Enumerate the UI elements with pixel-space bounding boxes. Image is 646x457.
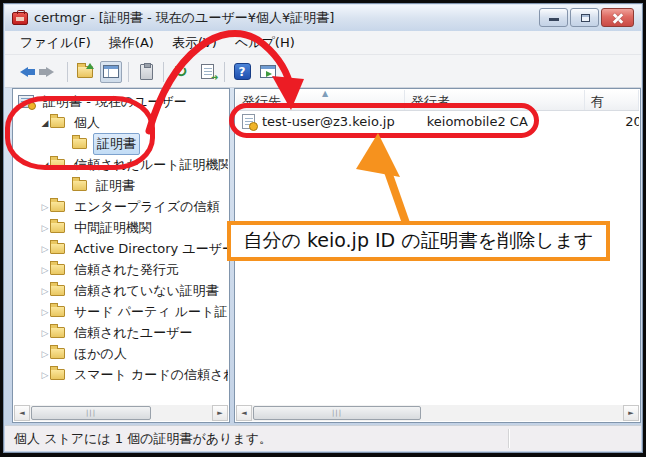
expand-toggle-icon[interactable]: ▷ (40, 244, 50, 254)
folder-icon (50, 117, 65, 128)
tree-item[interactable]: ▷信頼された発行元 (14, 259, 228, 280)
folder-icon (50, 285, 65, 296)
tree-item[interactable]: ▷ほかの人 (14, 343, 228, 364)
tree-item-label: 個人 (71, 113, 103, 133)
toolbar: ↻? (5, 56, 641, 87)
certificate-icon (242, 114, 255, 129)
scroll-left-icon[interactable]: ◄ (14, 405, 30, 421)
tree-item-label: 信頼されたユーザー (71, 323, 196, 343)
cell-issued-by: keiomobile2 CA (421, 114, 619, 129)
scroll-thumb[interactable]: ||| (253, 406, 421, 420)
close-button[interactable] (601, 8, 634, 27)
list-header: 発行先▲発行者有 (236, 90, 639, 111)
console-tree-pane: 証明書 - 現在のユーザー◢個人証明書◢信頼されたルート証明機関証明書▷エンター… (12, 88, 230, 423)
tree-item[interactable]: ▷サード パーティ ルート証明 (14, 301, 228, 322)
scroll-thumb[interactable]: ||| (31, 406, 151, 420)
expand-toggle-icon[interactable]: ▷ (40, 223, 50, 233)
tree-item[interactable]: ◢個人 (14, 112, 228, 133)
refresh-icon[interactable]: ↻ (170, 61, 192, 83)
certificate-list-pane: 発行先▲発行者有 test-user@z3.keio.jpkeiomobile2… (234, 88, 641, 423)
certificate-row[interactable]: test-user@z3.keio.jpkeiomobile2 CA20 (236, 111, 639, 132)
cell-expiry: 20 (619, 114, 639, 129)
tree-item-label: Active Directory ユーザー (71, 239, 228, 259)
up-one-level-icon[interactable] (74, 61, 96, 83)
column-header-expiry[interactable]: 有 (585, 90, 639, 110)
forward-icon[interactable] (39, 61, 61, 83)
tree-item[interactable]: 証明書 (14, 133, 228, 154)
action-pane-icon[interactable] (257, 61, 279, 83)
minimize-icon (549, 18, 559, 21)
expand-toggle-icon[interactable]: ◢ (40, 118, 50, 128)
tree-item[interactable]: 証明書 - 現在のユーザー (14, 91, 228, 112)
tree-item[interactable]: ◢信頼されたルート証明機関 (14, 154, 228, 175)
tree-horizontal-scrollbar[interactable]: ◄ ||| ► (14, 405, 228, 421)
column-header-issued-by[interactable]: 発行者 (405, 90, 585, 110)
status-divider (508, 429, 509, 448)
tree-item[interactable]: ▷中間証明機関 (14, 217, 228, 238)
expand-toggle-icon[interactable]: ▷ (40, 328, 50, 338)
certmgr-app-icon (12, 12, 28, 25)
tree-item-label: エンタープライズの信頼 (71, 197, 222, 217)
tree-item-label: 信頼されていない証明書 (71, 281, 222, 301)
scroll-right-icon[interactable]: ► (623, 405, 639, 421)
cell-issued-to: test-user@z3.keio.jp (262, 114, 421, 129)
folder-icon (72, 138, 87, 149)
scroll-right-icon[interactable]: ► (212, 405, 228, 421)
menu-item[interactable]: ヘルプ(H) (226, 32, 304, 54)
folder-icon (50, 243, 65, 254)
expand-toggle-icon[interactable]: ▷ (40, 307, 50, 317)
toolbar-separator (128, 62, 129, 82)
folder-icon (50, 327, 65, 338)
tree-item-label: 証明書 (93, 133, 140, 155)
toolbar-separator (224, 62, 225, 82)
restore-button[interactable] (570, 8, 599, 27)
folder-icon (50, 306, 65, 317)
column-header-issued-to[interactable]: 発行先▲ (236, 90, 405, 110)
tree-item-label: 中間証明機関 (71, 218, 155, 238)
certificate-tree: 証明書 - 現在のユーザー◢個人証明書◢信頼されたルート証明機関証明書▷エンター… (14, 91, 228, 404)
list-horizontal-scrollbar[interactable]: ◄ ||| ► (236, 405, 639, 421)
tree-item-label: 証明書 - 現在のユーザー (40, 92, 190, 112)
properties-icon[interactable] (135, 61, 157, 83)
tree-item[interactable]: ▷信頼されていない証明書 (14, 280, 228, 301)
status-bar: 個人 ストアには 1 個の証明書があります。 (5, 425, 641, 451)
expand-toggle-icon[interactable]: ▷ (40, 286, 50, 296)
tree-item[interactable]: ▷エンタープライズの信頼 (14, 196, 228, 217)
screenshot-root: certmgr - [証明書 - 現在のユーザー¥個人¥証明書] ファイル(F)… (0, 0, 646, 457)
tree-item-label: サード パーティ ルート証明 (71, 302, 228, 322)
minimize-button[interactable] (539, 8, 568, 27)
scroll-left-icon[interactable]: ◄ (236, 405, 252, 421)
window-controls (537, 8, 634, 27)
menu-item[interactable]: 表示(V) (163, 32, 226, 54)
folder-icon (72, 180, 87, 191)
expand-toggle-icon[interactable]: ▷ (40, 265, 50, 275)
expand-toggle-icon[interactable]: ◢ (40, 160, 50, 170)
tree-item[interactable]: ▷信頼されたユーザー (14, 322, 228, 343)
expand-toggle-icon[interactable]: ▷ (40, 349, 50, 359)
menu-item[interactable]: ファイル(F) (11, 32, 100, 54)
back-icon[interactable] (13, 61, 35, 83)
menu-bar: ファイル(F)操作(A)表示(V)ヘルプ(H) (5, 31, 641, 55)
tree-item-label: 信頼された発行元 (71, 260, 182, 280)
help-icon[interactable]: ? (231, 61, 253, 83)
folder-icon (50, 348, 65, 359)
folder-icon (50, 201, 65, 212)
window-chrome: ファイル(F)操作(A)表示(V)ヘルプ(H) ↻? (5, 31, 641, 88)
sort-ascending-icon: ▲ (322, 90, 328, 98)
menu-item[interactable]: 操作(A) (100, 32, 163, 54)
tree-item[interactable]: 証明書 (14, 175, 228, 196)
console-tree-icon[interactable] (100, 61, 122, 83)
toolbar-separator (163, 62, 164, 82)
expand-toggle-icon[interactable]: ▷ (40, 202, 50, 212)
certmgr-window: certmgr - [証明書 - 現在のユーザー¥個人¥証明書] ファイル(F)… (3, 3, 643, 453)
folder-icon (50, 369, 65, 380)
folder-icon (50, 264, 65, 275)
status-text: 個人 ストアには 1 個の証明書があります。 (14, 430, 272, 448)
window-title: certmgr - [証明書 - 現在のユーザー¥個人¥証明書] (34, 9, 334, 27)
tree-item[interactable]: ▷スマート カードの信頼された (14, 364, 228, 385)
export-list-icon[interactable] (196, 61, 218, 83)
tree-item-label: スマート カードの信頼された (71, 365, 228, 385)
tree-item[interactable]: ▷Active Directory ユーザー (14, 238, 228, 259)
toolbar-separator (67, 62, 68, 82)
expand-toggle-icon[interactable]: ▷ (40, 370, 50, 380)
